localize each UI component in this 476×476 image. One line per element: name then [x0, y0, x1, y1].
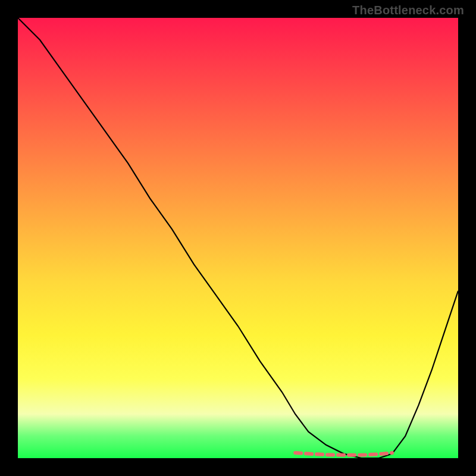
watermark-text: TheBottleneck.com: [352, 4, 464, 17]
chart-frame: TheBottleneck.com: [0, 0, 476, 476]
chart-svg: [18, 18, 458, 458]
plot-area: [18, 18, 458, 458]
bottleneck-curve: [18, 18, 458, 458]
